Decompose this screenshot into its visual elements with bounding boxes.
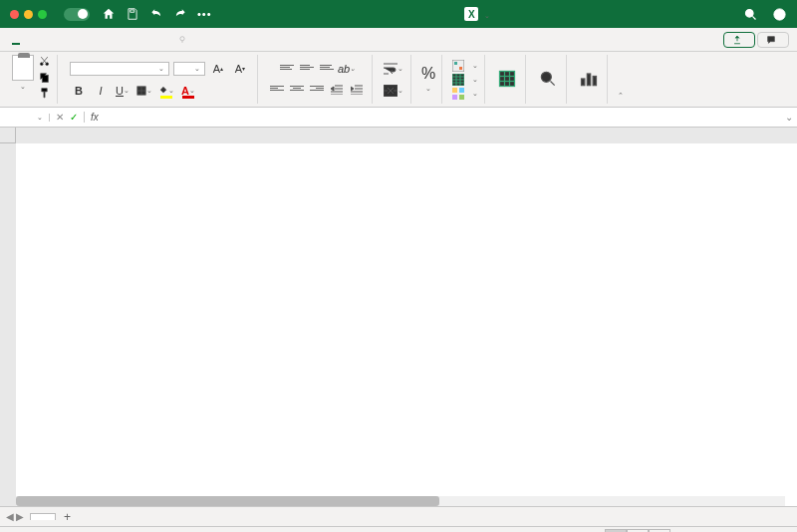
align-right-icon[interactable]	[308, 81, 326, 95]
font-color-button[interactable]: A⌄	[179, 82, 197, 100]
search-icon[interactable]	[743, 7, 758, 22]
analyse-data-group[interactable]	[571, 55, 608, 104]
percent-icon[interactable]: %	[421, 65, 435, 83]
quick-access-toolbar: •••	[102, 7, 212, 21]
cancel-formula-icon[interactable]: ✕	[56, 112, 64, 123]
align-middle-icon[interactable]	[298, 60, 316, 74]
tab-data[interactable]	[98, 36, 114, 44]
collapse-ribbon-icon[interactable]: ⌃	[612, 55, 630, 104]
horizontal-scrollbar[interactable]	[16, 496, 785, 506]
tell-me[interactable]	[169, 30, 195, 50]
svg-rect-34	[452, 95, 457, 100]
excel-app-icon: X	[464, 7, 478, 21]
normal-view-button[interactable]	[605, 529, 627, 533]
cells-group[interactable]	[489, 55, 526, 104]
format-painter-icon[interactable]	[38, 87, 51, 100]
cut-icon[interactable]	[38, 55, 51, 68]
title-bar: ••• X ⌄	[0, 0, 797, 28]
ribbon-tabs	[0, 28, 797, 52]
maximize-window-icon[interactable]	[38, 10, 47, 19]
qat-more-icon[interactable]: •••	[197, 8, 212, 20]
font-size-select[interactable]: ⌄	[173, 62, 205, 76]
page-layout-view-button[interactable]	[627, 529, 649, 533]
align-center-icon[interactable]	[288, 81, 306, 95]
fx-icon[interactable]: fx	[85, 112, 105, 123]
cell-styles-button[interactable]: ⌄	[452, 88, 478, 100]
undo-icon[interactable]	[149, 7, 163, 21]
select-all-corner[interactable]	[0, 128, 16, 143]
svg-line-42	[551, 81, 555, 85]
tab-insert[interactable]	[26, 36, 42, 44]
cells-area[interactable]	[16, 143, 797, 506]
account-icon[interactable]	[772, 7, 787, 22]
tab-formulas[interactable]	[80, 36, 96, 44]
svg-rect-24	[454, 62, 457, 65]
confirm-formula-icon[interactable]: ✓	[70, 112, 78, 123]
chevron-down-icon[interactable]: ⌄	[484, 12, 490, 19]
tab-developer[interactable]	[151, 36, 167, 44]
formula-bar: ⌄ ✕ ✓ fx ⌄	[0, 108, 797, 128]
svg-point-3	[778, 10, 782, 14]
tab-home[interactable]	[8, 36, 24, 44]
spreadsheet-grid	[0, 128, 797, 506]
tab-page-layout[interactable]	[62, 36, 78, 44]
wrap-text-button[interactable]: ⌄	[383, 60, 404, 78]
page-break-view-button[interactable]	[649, 529, 670, 533]
row-headers	[0, 143, 16, 506]
clipboard-group: ⌄	[6, 55, 58, 104]
merge-button[interactable]: ⌄	[383, 82, 404, 100]
styles-group: ⌄ ⌄ ⌄	[446, 55, 485, 104]
save-icon[interactable]	[126, 7, 139, 21]
status-bar: − +	[0, 526, 797, 532]
fill-color-button[interactable]: ⌄	[157, 82, 175, 100]
copy-icon[interactable]	[38, 71, 51, 84]
editing-group[interactable]	[530, 55, 567, 104]
chevron-down-icon[interactable]: ⌄	[20, 83, 26, 91]
tab-view[interactable]	[133, 36, 149, 44]
sheet-nav-next-icon[interactable]: ▶	[16, 511, 24, 522]
sheet-tab-sheet1[interactable]	[30, 513, 56, 520]
close-window-icon[interactable]	[10, 10, 19, 19]
view-switcher	[605, 529, 670, 533]
format-as-table-button[interactable]: ⌄	[452, 74, 478, 86]
expand-formula-bar-icon[interactable]: ⌄	[781, 112, 797, 123]
align-bottom-icon[interactable]	[318, 60, 336, 74]
name-box[interactable]: ⌄	[0, 114, 50, 122]
ribbon: ⌄ ⌄ ⌄ A▴ A▾ B I U⌄ ⌄ ⌄ A⌄ ab⌄	[0, 52, 797, 108]
svg-rect-36	[500, 71, 515, 86]
tab-draw[interactable]	[44, 36, 60, 44]
decrease-font-icon[interactable]: A▾	[231, 60, 249, 78]
window-controls	[10, 10, 47, 19]
title-bar-right	[743, 7, 787, 22]
comments-button[interactable]	[757, 32, 789, 48]
svg-rect-43	[582, 79, 585, 86]
chevron-down-icon[interactable]: ⌄	[425, 85, 431, 93]
minimize-window-icon[interactable]	[24, 10, 33, 19]
sheet-nav-prev-icon[interactable]: ◀	[6, 511, 14, 522]
paste-button[interactable]: ⌄	[12, 55, 34, 91]
border-button[interactable]: ⌄	[135, 82, 153, 100]
redo-icon[interactable]	[173, 7, 187, 21]
align-top-icon[interactable]	[278, 60, 296, 74]
svg-point-41	[542, 72, 552, 82]
analyse-icon	[579, 69, 599, 89]
align-left-icon[interactable]	[268, 81, 286, 95]
tab-review[interactable]	[116, 36, 132, 44]
sheet-tab-bar: ◀ ▶ +	[0, 506, 797, 526]
decrease-indent-icon[interactable]	[328, 81, 346, 99]
home-icon[interactable]	[102, 7, 116, 21]
toggle-icon[interactable]	[64, 8, 90, 21]
bold-button[interactable]: B	[70, 82, 88, 100]
autosave-toggle[interactable]	[59, 8, 90, 21]
add-sheet-button[interactable]: +	[56, 510, 79, 524]
share-button[interactable]	[723, 32, 755, 48]
font-name-select[interactable]: ⌄	[70, 62, 169, 76]
svg-rect-35	[459, 95, 464, 100]
increase-font-icon[interactable]: A▴	[209, 60, 227, 78]
conditional-formatting-button[interactable]: ⌄	[452, 60, 478, 72]
underline-button[interactable]: U⌄	[114, 82, 132, 100]
italic-button[interactable]: I	[92, 82, 110, 100]
increase-indent-icon[interactable]	[348, 81, 366, 99]
orientation-icon[interactable]: ab⌄	[338, 60, 356, 78]
svg-point-0	[746, 9, 754, 17]
